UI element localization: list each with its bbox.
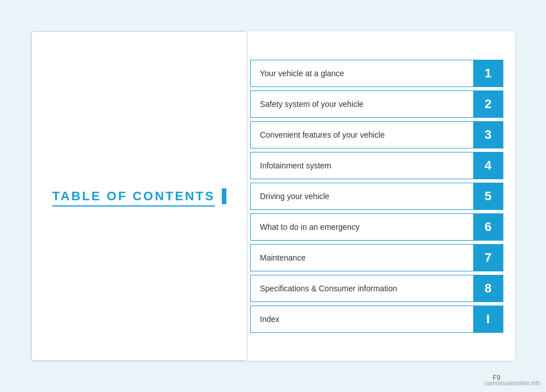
toc-title-text: TABLE OF CONTENTS [52,189,215,204]
toc-item-8[interactable]: Specifications & Consumer information8 [250,275,503,302]
toc-item-number-3: 3 [473,122,503,148]
toc-item-label-4: Infotainment system [251,152,473,179]
toc-item-7[interactable]: Maintenance7 [250,244,503,271]
toc-item-label-1: Your vehicle at a glance [251,60,473,86]
toc-item-number-4: 4 [473,152,503,179]
toc-item-3[interactable]: Convenient features of your vehicle3 [250,121,503,148]
toc-item-4[interactable]: Infotainment system4 [250,152,503,179]
toc-item-label-3: Convenient features of your vehicle [251,122,473,148]
toc-list: Your vehicle at a glance1Safety system o… [245,31,515,361]
toc-item-6[interactable]: What to do in an emergency6 [250,213,503,241]
toc-item-2[interactable]: Safety system of your vehicle2 [250,90,503,118]
toc-item-5[interactable]: Driving your vehicle5 [250,183,503,210]
toc-item-number-8: 8 [473,275,503,302]
watermark-text: carmanualsonline.info [485,380,540,386]
toc-item-9[interactable]: IndexI [250,306,503,333]
toc-item-number-7: 7 [473,245,503,271]
page-container: TABLE OF CONTENTS Your vehicle at a glan… [0,0,546,392]
toc-item-label-7: Maintenance [251,245,473,271]
toc-item-number-1: 1 [473,60,503,86]
toc-title: TABLE OF CONTENTS [52,188,226,204]
toc-title-bar [222,188,226,204]
toc-item-number-5: 5 [473,183,503,209]
toc-item-1[interactable]: Your vehicle at a glance1 [250,60,503,87]
toc-item-number-9: I [473,306,503,332]
toc-item-label-6: What to do in an emergency [251,214,473,240]
toc-item-label-2: Safety system of your vehicle [251,91,473,117]
left-panel: TABLE OF CONTENTS [31,31,247,361]
toc-item-number-6: 6 [473,214,503,240]
toc-item-label-8: Specifications & Consumer information [251,275,473,302]
toc-item-label-5: Driving your vehicle [251,183,473,209]
toc-item-number-2: 2 [473,91,503,117]
toc-item-label-9: Index [251,306,473,332]
